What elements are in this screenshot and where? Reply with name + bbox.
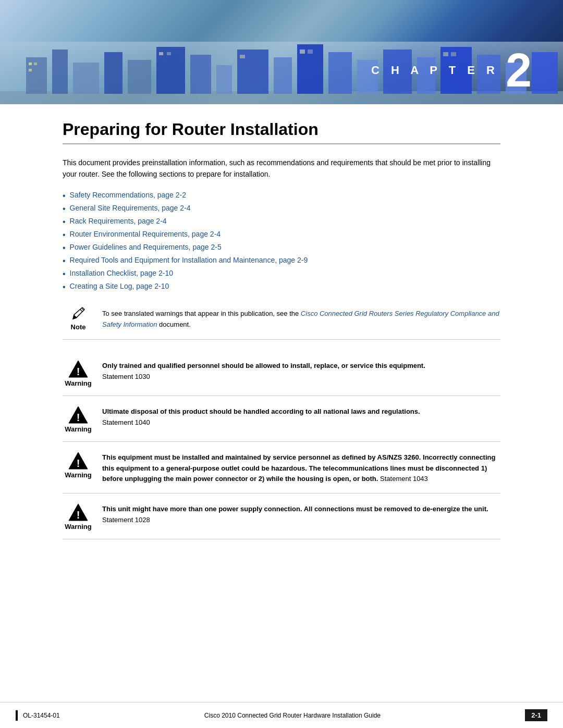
warning-label-4: Warning bbox=[65, 523, 92, 530]
warning-content-4: This unit might have more than one power… bbox=[102, 502, 500, 526]
svg-rect-6 bbox=[128, 60, 151, 94]
warning-icon-area-3: ! Warning bbox=[63, 450, 94, 479]
svg-text:!: ! bbox=[77, 366, 80, 377]
footer-bar-icon bbox=[16, 710, 18, 721]
toc-bullet-8: • bbox=[63, 282, 66, 292]
warning-label-2: Warning bbox=[65, 425, 92, 433]
warning-content-2: Ultimate disposal of this product should… bbox=[102, 404, 500, 428]
svg-rect-28 bbox=[308, 50, 313, 54]
toc-bullet-7: • bbox=[63, 269, 66, 279]
svg-rect-25 bbox=[167, 52, 171, 55]
note-section: Note To see translated warnings that app… bbox=[63, 304, 500, 340]
note-text-before: To see translated warnings that appear i… bbox=[102, 310, 301, 317]
svg-rect-20 bbox=[532, 52, 558, 94]
chapter-header-image: C H A P T E R 2 bbox=[0, 0, 563, 104]
chapter-text-label: C H A P T E R bbox=[371, 64, 499, 77]
title-rule bbox=[63, 143, 500, 144]
footer-doc-number: OL-31454-01 bbox=[23, 712, 60, 719]
warning-icon-area-2: ! Warning bbox=[63, 404, 94, 433]
toc-item-6: • Required Tools and Equipment for Insta… bbox=[63, 256, 500, 266]
warning-statement-2: Statement 1040 bbox=[102, 418, 150, 426]
svg-text:!: ! bbox=[77, 412, 80, 423]
toc-link-2[interactable]: General Site Requirements, page 2-4 bbox=[70, 204, 191, 212]
note-content: To see translated warnings that appear i… bbox=[102, 304, 500, 330]
warning-icon-area-4: ! Warning bbox=[63, 502, 94, 530]
toc-bullet-4: • bbox=[63, 230, 66, 240]
svg-rect-24 bbox=[159, 52, 163, 55]
warning-section-3: ! Warning This equipment must be install… bbox=[63, 442, 500, 493]
svg-line-31 bbox=[80, 310, 82, 312]
page-title: Preparing for Router Installation bbox=[63, 120, 500, 139]
warning-bold-2: Ultimate disposal of this product should… bbox=[102, 408, 420, 415]
toc-item-3: • Rack Requirements, page 2-4 bbox=[63, 217, 500, 227]
warning-bold-3: This equipment must be installed and mai… bbox=[102, 453, 495, 483]
warning-bold-4: This unit might have more than one power… bbox=[102, 505, 488, 513]
toc-item-4: • Router Environmental Requirements, pag… bbox=[63, 230, 500, 240]
svg-rect-8 bbox=[190, 55, 211, 94]
footer-guide-title: Cisco 2010 Connected Grid Router Hardwar… bbox=[204, 712, 381, 719]
toc-item-7: • Installation Checklist, page 2-10 bbox=[63, 269, 500, 279]
svg-rect-11 bbox=[274, 57, 292, 94]
warning-label-3: Warning bbox=[65, 471, 92, 479]
toc-link-1[interactable]: Safety Recommendations, page 2-2 bbox=[70, 191, 186, 199]
warning-triangle-icon-1: ! bbox=[68, 359, 89, 379]
warning-content-3: This equipment must be installed and mai… bbox=[102, 450, 500, 485]
warning-section-2: ! Warning Ultimate disposal of this prod… bbox=[63, 396, 500, 442]
warning-triangle-icon-4: ! bbox=[68, 502, 89, 523]
svg-text:!: ! bbox=[77, 458, 80, 469]
svg-rect-9 bbox=[216, 65, 232, 94]
toc-link-5[interactable]: Power Guidelines and Requirements, page … bbox=[70, 243, 222, 251]
warning-triangle-icon-2: ! bbox=[68, 404, 89, 425]
warning-section-1: ! Warning Only trained and qualified per… bbox=[63, 350, 500, 396]
toc-bullet-5: • bbox=[63, 243, 66, 253]
toc-item-2: • General Site Requirements, page 2-4 bbox=[63, 204, 500, 214]
warning-icon-area-1: ! Warning bbox=[63, 359, 94, 387]
toc-link-3[interactable]: Rack Requirements, page 2-4 bbox=[70, 217, 167, 225]
toc-item-8: • Creating a Site Log, page 2-10 bbox=[63, 282, 500, 292]
chapter-label-area: C H A P T E R 2 bbox=[371, 47, 532, 94]
toc-link-4[interactable]: Router Environmental Requirements, page … bbox=[70, 230, 221, 238]
svg-text:!: ! bbox=[77, 509, 80, 521]
main-content: Preparing for Router Installation This d… bbox=[0, 104, 563, 555]
intro-paragraph: This document provides preinstallation i… bbox=[63, 157, 500, 180]
warning-statement-3: Statement 1043 bbox=[380, 475, 428, 483]
toc-bullet-3: • bbox=[63, 217, 66, 227]
footer-page-number: 2-1 bbox=[525, 709, 547, 721]
toc-bullet-6: • bbox=[63, 256, 66, 266]
chapter-header: C H A P T E R 2 bbox=[0, 0, 563, 104]
toc-link-6[interactable]: Required Tools and Equipment for Install… bbox=[70, 256, 308, 264]
svg-rect-27 bbox=[300, 50, 305, 54]
svg-rect-13 bbox=[328, 52, 352, 94]
svg-rect-26 bbox=[240, 55, 245, 58]
note-text-after: document. bbox=[157, 320, 191, 328]
warning-section-4: ! Warning This unit might have more than… bbox=[63, 493, 500, 539]
svg-rect-21 bbox=[29, 63, 32, 65]
warning-content-1: Only trained and qualified personnel sho… bbox=[102, 359, 500, 382]
svg-rect-22 bbox=[34, 63, 37, 65]
chapter-number: 2 bbox=[506, 47, 532, 94]
svg-rect-4 bbox=[73, 63, 99, 94]
toc-bullet-2: • bbox=[63, 204, 66, 214]
svg-rect-23 bbox=[29, 69, 32, 71]
page-footer: OL-31454-01 Cisco 2010 Connected Grid Ro… bbox=[0, 702, 563, 728]
toc-link-8[interactable]: Creating a Site Log, page 2-10 bbox=[70, 282, 169, 290]
note-pencil-icon bbox=[69, 304, 88, 323]
page-container: C H A P T E R 2 Preparing for Router Ins… bbox=[0, 0, 563, 728]
toc-item-1: • Safety Recommendations, page 2-2 bbox=[63, 191, 500, 201]
toc-bullet-1: • bbox=[63, 191, 66, 201]
note-label: Note bbox=[71, 323, 86, 331]
warning-bold-1: Only trained and qualified personnel sho… bbox=[102, 362, 425, 369]
warning-statement-4: Statement 1028 bbox=[102, 516, 150, 524]
footer-left: OL-31454-01 bbox=[16, 710, 60, 721]
warning-label-1: Warning bbox=[65, 379, 92, 387]
svg-rect-3 bbox=[52, 50, 68, 94]
warning-statement-1: Statement 1030 bbox=[102, 373, 150, 380]
toc-item-5: • Power Guidelines and Requirements, pag… bbox=[63, 243, 500, 253]
toc-link-7[interactable]: Installation Checklist, page 2-10 bbox=[70, 269, 173, 277]
toc-list: • Safety Recommendations, page 2-2 • Gen… bbox=[63, 191, 500, 292]
note-icon-area: Note bbox=[63, 304, 94, 331]
svg-rect-5 bbox=[104, 52, 123, 94]
warning-triangle-icon-3: ! bbox=[68, 450, 89, 471]
